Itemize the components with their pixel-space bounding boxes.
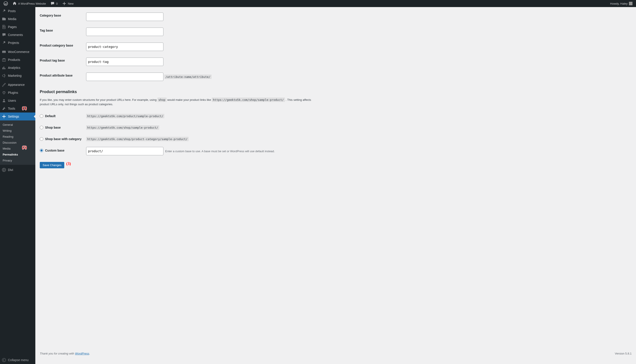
menu-label: Plugins	[8, 91, 18, 94]
comments-link[interactable]: 0	[49, 0, 59, 7]
radio-shop-base-with-category[interactable]	[40, 137, 43, 141]
tools-icon	[2, 106, 6, 111]
input-custom-base[interactable]	[86, 147, 163, 155]
plug-icon	[2, 90, 6, 95]
svg-point-7	[5, 116, 5, 117]
sidebar-item-woocommerce[interactable]: wooWooCommerce	[0, 48, 35, 56]
sidebar-item-tools[interactable]: Tools	[0, 104, 35, 112]
submenu-reading[interactable]: Reading	[0, 134, 35, 140]
menu-label: Marketing	[8, 74, 22, 78]
submenu-media[interactable]: Media	[0, 146, 35, 152]
submenu-writing[interactable]: Writing	[0, 128, 35, 134]
submenu-permalinks[interactable]: Permalinks	[0, 152, 35, 158]
input-product-tag-base[interactable]	[86, 58, 163, 66]
new-link[interactable]: New	[60, 0, 75, 7]
field-label: Tag base	[40, 24, 84, 39]
sidebar-item-appearance[interactable]: Appearance	[0, 81, 35, 89]
radio-shop-base[interactable]	[40, 126, 43, 129]
admin-sidebar: PostsMediaPagesCommentsProjects wooWooCo…	[0, 7, 35, 364]
sidebar-item-analytics[interactable]: Analytics	[0, 64, 35, 72]
sidebar-item-users[interactable]: Users	[0, 97, 35, 104]
sidebar-item-projects[interactable]: Projects	[0, 39, 35, 47]
input-product-category-base[interactable]	[86, 42, 163, 51]
collapse-icon	[2, 358, 6, 362]
wordpress-icon	[4, 1, 8, 6]
menu-label: Products	[8, 58, 20, 62]
base-fields-table: Category baseTag baseProduct category ba…	[40, 9, 631, 84]
permalink-option-1[interactable]: Shop base	[40, 126, 82, 129]
brush-icon	[2, 82, 6, 87]
field-label: Product attribute base	[40, 69, 84, 84]
submenu-privacy[interactable]: Privacy	[0, 158, 35, 164]
submenu-discussion[interactable]: Discussion	[0, 140, 35, 146]
submenu-general[interactable]: General	[0, 122, 35, 128]
field-label: Product category base	[40, 39, 84, 54]
chart-icon	[2, 66, 6, 70]
svg-text:woo: woo	[3, 52, 5, 53]
settings-submenu: GeneralWritingReadingDiscussionMediaPerm…	[0, 120, 35, 165]
version-text: Version 5.8.1	[615, 352, 631, 355]
site-name: A WordPress Website	[18, 2, 46, 5]
menu-label: Posts	[8, 9, 16, 13]
howdy-text: Howdy, Haley	[610, 2, 627, 5]
plus-icon	[62, 1, 67, 6]
menu-label: Tools	[8, 107, 15, 110]
box-icon	[2, 58, 6, 62]
input-product-attribute-base[interactable]	[86, 72, 163, 81]
section-description: If you like, you may enter custom struct…	[40, 98, 313, 106]
section-heading: Product permalinks	[40, 90, 631, 94]
menu-label: Divi	[8, 168, 13, 172]
input-tag-base[interactable]	[86, 28, 163, 36]
sidebar-item-comments[interactable]: Comments	[0, 31, 35, 39]
admin-bar: A WordPress Website 0 New Howdy, Haley	[0, 0, 636, 7]
radio-default[interactable]	[40, 114, 43, 118]
permalink-option-custom[interactable]: Custom base	[40, 149, 82, 152]
settings-icon	[2, 114, 6, 119]
sidebar-item-settings[interactable]: Settings	[0, 112, 35, 120]
sidebar-item-posts[interactable]: Posts	[0, 7, 35, 15]
menu-label: Pages	[8, 25, 17, 29]
custom-help: Enter a custom base to use. A base must …	[165, 150, 275, 153]
comment-icon	[50, 1, 55, 6]
sidebar-item-plugins[interactable]: Plugins	[0, 89, 35, 97]
menu-label: Comments	[8, 33, 23, 36]
media-icon	[2, 17, 6, 21]
svg-point-6	[3, 116, 4, 117]
svg-point-3	[3, 99, 5, 100]
radio-custom-base[interactable]	[40, 149, 43, 152]
comments-count: 0	[56, 2, 58, 5]
save-changes-button[interactable]: Save Changes	[40, 162, 64, 168]
permalink-example: https://geekto5k.com/shop/sample-product…	[86, 125, 159, 130]
sidebar-item-products[interactable]: Products	[0, 56, 35, 64]
collapse-menu[interactable]: Collapse menu	[0, 356, 35, 364]
menu-label: Media	[8, 17, 16, 21]
desc-code-url: https://geekto5k.com/shop/sample-product…	[212, 98, 285, 102]
permalink-option-2[interactable]: Shop base with category	[40, 137, 82, 141]
svg-point-9	[2, 358, 6, 362]
wp-logo[interactable]	[2, 0, 10, 7]
sidebar-item-media[interactable]: Media	[0, 15, 35, 23]
footer: Thank you for creating with WordPress. V…	[40, 343, 631, 355]
input-category-base[interactable]	[86, 12, 163, 21]
mega-icon	[2, 74, 6, 78]
sidebar-item-pages[interactable]: Pages	[0, 23, 35, 31]
site-link[interactable]: A WordPress Website	[11, 0, 48, 7]
sidebar-item-divi[interactable]: Divi	[0, 166, 35, 174]
permalink-example: https://geekto5k.com/shop/product-catego…	[86, 137, 189, 141]
howdy-link[interactable]: Howdy, Haley	[608, 0, 634, 7]
annotation-3: (3)	[66, 162, 71, 166]
sidebar-item-marketing[interactable]: Marketing	[0, 72, 35, 80]
permalink-option-0[interactable]: Default	[40, 114, 82, 118]
permalink-table: Defaulthttps://geekto5k.com/product/samp…	[40, 110, 631, 158]
avatar	[629, 2, 632, 5]
menu-label: Analytics	[8, 66, 20, 70]
wordpress-link[interactable]: WordPress	[75, 352, 89, 355]
menu-label: Projects	[8, 41, 19, 44]
main-content: Category baseTag baseProduct category ba…	[35, 7, 636, 364]
field-label: Category base	[40, 9, 84, 24]
menu-label: Users	[8, 99, 16, 102]
pin-icon	[2, 40, 6, 45]
svg-rect-5	[4, 115, 4, 118]
menu-label: Appearance	[8, 83, 25, 86]
page-icon	[2, 25, 6, 29]
